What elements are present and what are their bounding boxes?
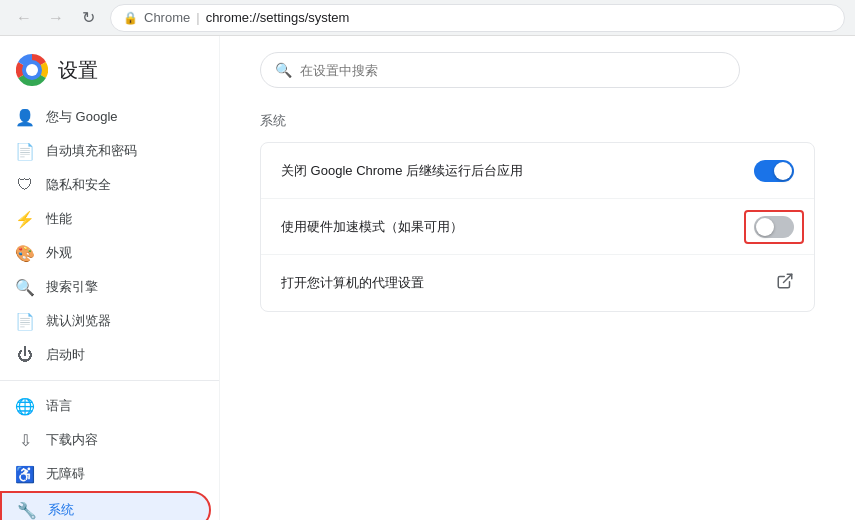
sidebar-label-language: 语言 [46,397,72,415]
section-title: 系统 [260,112,815,130]
sidebar-item-autofill[interactable]: 📄 自动填充和密码 [0,134,211,168]
sidebar-item-accessibility[interactable]: ♿ 无障碍 [0,457,211,491]
sidebar-label-startup: 启动时 [46,346,85,364]
sidebar-label-privacy: 隐私和安全 [46,176,111,194]
sidebar-item-downloads[interactable]: ⇩ 下载内容 [0,423,211,457]
sidebar-label-browser: 就认浏览器 [46,312,111,330]
content-area: 🔍 系统 关闭 Google Chrome 后继续运行后台应用 使用硬件加速模式… [220,36,855,520]
refresh-button[interactable]: ↻ [74,4,102,32]
sidebar-label-downloads: 下载内容 [46,431,98,449]
hardware-acceleration-toggle[interactable] [754,216,794,238]
search-input-icon: 🔍 [275,62,292,78]
background-apps-toggle[interactable] [754,160,794,182]
chrome-logo [16,54,48,86]
sidebar-label-system: 系统 [48,501,74,519]
sidebar-divider [0,380,219,381]
background-apps-label: 关闭 Google Chrome 后继续运行后台应用 [281,162,754,180]
sidebar-label-google-account: 您与 Google [46,108,118,126]
sidebar-item-browser[interactable]: 📄 就认浏览器 [0,304,211,338]
power-icon: ⏻ [16,346,34,364]
search-input[interactable] [300,63,725,78]
settings-card: 关闭 Google Chrome 后继续运行后台应用 使用硬件加速模式（如果可用… [260,142,815,312]
sidebar-item-appearance[interactable]: 🎨 外观 [0,236,211,270]
background-apps-track [754,160,794,182]
main-layout: 设置 👤 您与 Google 📄 自动填充和密码 🛡 隐私和安全 ⚡ 性能 🎨 … [0,36,855,520]
background-apps-thumb [774,162,792,180]
search-icon: 🔍 [16,278,34,296]
sidebar-label-performance: 性能 [46,210,72,228]
shield-icon: 🛡 [16,176,34,194]
sidebar-item-startup[interactable]: ⏻ 启动时 [0,338,211,372]
back-button[interactable]: ← [10,4,38,32]
sidebar: 设置 👤 您与 Google 📄 自动填充和密码 🛡 隐私和安全 ⚡ 性能 🎨 … [0,36,220,520]
paint-icon: 🎨 [16,244,34,262]
download-icon: ⇩ [16,431,34,449]
sidebar-label-autofill: 自动填充和密码 [46,142,137,160]
sidebar-item-google-account[interactable]: 👤 您与 Google [0,100,211,134]
sidebar-label-search: 搜索引擎 [46,278,98,296]
url-separator: | [196,10,199,25]
nav-buttons: ← → ↻ [10,4,102,32]
browser-toolbar: ← → ↻ 🔒 Chrome | chrome://settings/syste… [0,0,855,36]
accessibility-icon: ♿ [16,465,34,483]
globe-icon: 🌐 [16,397,34,415]
hardware-acceleration-thumb [756,218,774,236]
document-icon: 📄 [16,142,34,160]
wrench-icon: 🔧 [18,501,36,519]
sidebar-label-accessibility: 无障碍 [46,465,85,483]
sidebar-label-appearance: 外观 [46,244,72,262]
svg-line-3 [784,274,792,282]
browser-label: Chrome [144,10,190,25]
search-bar[interactable]: 🔍 [260,52,740,88]
setting-row-background-apps: 关闭 Google Chrome 后继续运行后台应用 [261,143,814,199]
browser-icon: 📄 [16,312,34,330]
hardware-acceleration-label: 使用硬件加速模式（如果可用） [281,218,754,236]
external-link-icon[interactable] [776,272,794,294]
setting-row-proxy: 打开您计算机的代理设置 [261,255,814,311]
lightning-icon: ⚡ [16,210,34,228]
toggle-highlight-container [754,216,794,238]
url-path: chrome://settings/system [206,10,350,25]
address-bar[interactable]: 🔒 Chrome | chrome://settings/system [110,4,845,32]
svg-point-2 [26,64,38,76]
sidebar-item-search[interactable]: 🔍 搜索引擎 [0,270,211,304]
sidebar-header: 设置 [0,48,219,100]
sidebar-item-privacy[interactable]: 🛡 隐私和安全 [0,168,211,202]
person-icon: 👤 [16,108,34,126]
forward-button[interactable]: → [42,4,70,32]
proxy-label: 打开您计算机的代理设置 [281,274,776,292]
secure-icon: 🔒 [123,11,138,25]
setting-row-hardware-acceleration: 使用硬件加速模式（如果可用） [261,199,814,255]
hardware-acceleration-track [754,216,794,238]
sidebar-item-system[interactable]: 🔧 系统 [0,491,211,520]
settings-title: 设置 [58,57,98,84]
sidebar-item-performance[interactable]: ⚡ 性能 [0,202,211,236]
sidebar-item-language[interactable]: 🌐 语言 [0,389,211,423]
